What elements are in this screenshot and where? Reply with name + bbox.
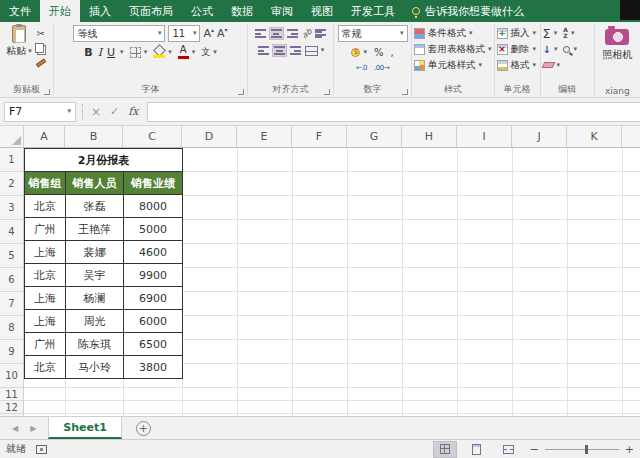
bold-button[interactable]: B	[84, 46, 92, 59]
tab-data[interactable]: 数据	[222, 0, 262, 22]
zoom-slider-handle[interactable]	[585, 445, 588, 454]
cell[interactable]: 北京	[25, 195, 66, 218]
cell[interactable]: 9900	[124, 264, 183, 287]
delete-cells-button[interactable]: × 删除▾	[497, 41, 537, 57]
zoom-out-button[interactable]: −	[530, 443, 539, 456]
clipboard-dialog-launcher[interactable]	[44, 89, 50, 95]
column-header[interactable]: C	[123, 126, 182, 147]
cell[interactable]: 5000	[124, 218, 183, 241]
alignment-dialog-launcher[interactable]	[324, 89, 330, 95]
column-header[interactable]: E	[237, 126, 292, 147]
comma-style-button[interactable]: ,	[390, 47, 393, 58]
page-layout-view-button[interactable]	[466, 442, 488, 457]
insert-cells-button[interactable]: + 插入▾	[497, 25, 537, 41]
format-cells-button[interactable]: 格式▾	[497, 57, 537, 73]
row-header[interactable]: 10	[0, 364, 23, 388]
decrease-decimal-button[interactable]: .00→	[374, 64, 389, 72]
name-box[interactable]: F7 ▾	[4, 102, 76, 122]
cell[interactable]: 8000	[124, 195, 183, 218]
sheet-nav-right-icon[interactable]: ▶	[30, 424, 36, 433]
cell[interactable]: 北京	[25, 264, 66, 287]
cell[interactable]: 上海	[25, 310, 66, 333]
align-center-button[interactable]	[273, 45, 286, 56]
column-header[interactable]: I	[457, 126, 512, 147]
format-painter-icon[interactable]	[36, 58, 46, 67]
formula-input[interactable]	[147, 102, 640, 122]
row-header[interactable]: 2	[0, 172, 23, 196]
tab-developer[interactable]: 开发工具	[342, 0, 404, 22]
column-header[interactable]: B	[65, 126, 123, 147]
column-header[interactable]: J	[512, 126, 567, 147]
cell[interactable]: 广州	[25, 218, 66, 241]
cell[interactable]: 4600	[124, 241, 183, 264]
fill-color-button[interactable]: ▾	[153, 46, 172, 58]
copy-icon[interactable]	[35, 43, 44, 53]
borders-button[interactable]: ▾	[130, 47, 148, 58]
cells-area[interactable]: 2月份报表 销售组 销售人员 销售业绩 北京 张磊 8000 广州 王艳萍	[24, 148, 640, 416]
clear-button[interactable]: ▾	[543, 62, 561, 69]
cell[interactable]: 张磊	[66, 195, 124, 218]
align-right-button[interactable]	[289, 45, 302, 56]
macro-record-icon[interactable]	[36, 445, 47, 454]
increase-decimal-button[interactable]: ←.0	[356, 64, 367, 72]
column-header[interactable]: A	[24, 126, 65, 147]
select-all-corner[interactable]	[0, 126, 24, 147]
align-middle-button[interactable]	[270, 28, 283, 39]
report-title-cell[interactable]: 2月份报表	[25, 149, 183, 172]
cell[interactable]: 3800	[124, 356, 183, 379]
cell[interactable]: 周光	[66, 310, 124, 333]
camera-button[interactable]: 照相机	[602, 25, 632, 62]
row-header[interactable]: 9	[0, 340, 23, 364]
cancel-entry-button[interactable]: ×	[91, 105, 101, 119]
page-break-view-button[interactable]	[498, 442, 520, 457]
number-dialog-launcher[interactable]	[402, 89, 408, 95]
row-header[interactable]: 5	[0, 244, 23, 268]
column-header[interactable]: H	[402, 126, 457, 147]
insert-function-button[interactable]: fx	[128, 105, 138, 118]
row-header[interactable]: 7	[0, 292, 23, 316]
autosum-button[interactable]: Σ▾	[543, 27, 558, 40]
font-dialog-launcher[interactable]	[238, 89, 244, 95]
confirm-entry-button[interactable]: ✓	[110, 105, 119, 118]
align-bottom-button[interactable]	[286, 28, 299, 39]
column-header[interactable]: G	[347, 126, 402, 147]
fill-button[interactable]: ↓▾	[543, 44, 558, 55]
tab-insert[interactable]: 插入	[80, 0, 120, 22]
cell[interactable]: 广州	[25, 333, 66, 356]
cell[interactable]: 6500	[124, 333, 183, 356]
row-header[interactable]: 6	[0, 268, 23, 292]
column-header[interactable]: F	[292, 126, 347, 147]
percent-style-button[interactable]: %	[374, 47, 384, 58]
worksheet-grid[interactable]: 1 2 3 4 5 6 7 8 9 10 11 12	[0, 148, 640, 416]
accounting-format-button[interactable]: $▾	[351, 48, 367, 57]
cell[interactable]: 上海	[25, 287, 66, 310]
cell[interactable]: 陈东琪	[66, 333, 124, 356]
row-header[interactable]: 11	[0, 388, 23, 401]
tab-page-layout[interactable]: 页面布局	[120, 0, 182, 22]
header-cell[interactable]: 销售人员	[66, 172, 124, 195]
font-color-button[interactable]: A▾	[178, 45, 196, 59]
add-sheet-button[interactable]: +	[136, 421, 151, 436]
cell[interactable]: 6900	[124, 287, 183, 310]
cell[interactable]: 马小玲	[66, 356, 124, 379]
zoom-in-button[interactable]: +	[625, 443, 634, 456]
format-as-table-button[interactable]: 套用表格格式▾	[414, 41, 492, 57]
merge-center-button[interactable]	[305, 46, 318, 56]
row-header[interactable]: 12	[0, 401, 23, 414]
cell[interactable]: 6000	[124, 310, 183, 333]
paste-button[interactable]: 粘贴▾	[6, 25, 32, 58]
tab-review[interactable]: 审阅	[262, 0, 302, 22]
number-format-select[interactable]: 常规 ▾	[338, 25, 408, 42]
cell[interactable]: 杨澜	[66, 287, 124, 310]
align-top-button[interactable]	[254, 28, 267, 39]
underline-button[interactable]: U	[107, 46, 115, 59]
cell[interactable]: 上海	[25, 241, 66, 264]
shrink-font-button[interactable]: A▾	[217, 27, 228, 40]
font-name-select[interactable]: 等线 ▾	[73, 25, 165, 42]
sheet-tab-active[interactable]: Sheet1	[48, 417, 122, 439]
cell[interactable]: 裴娜	[66, 241, 124, 264]
column-header[interactable]: D	[182, 126, 237, 147]
cell[interactable]: 吴宇	[66, 264, 124, 287]
cell[interactable]: 北京	[25, 356, 66, 379]
row-header[interactable]: 1	[0, 148, 23, 172]
